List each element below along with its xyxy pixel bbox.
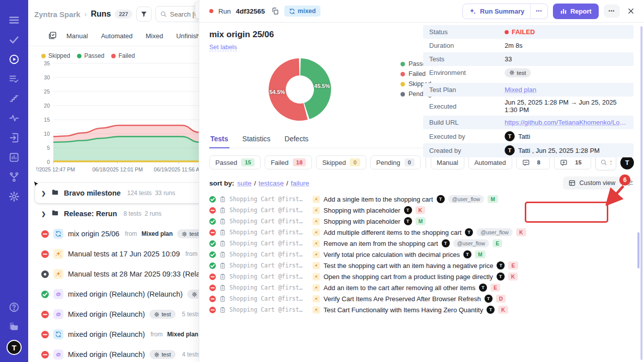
test-row[interactable]: Shopping Cart @first… Shopping with plac…	[209, 205, 634, 216]
tab-defects[interactable]: Defects	[284, 132, 309, 148]
run-name: Mixed origin (Relaunch)	[68, 350, 145, 358]
custom-view-button[interactable]: Custom view	[563, 176, 621, 190]
run-row[interactable]: mix origin 25/06 fromMixed plan test 33 …	[28, 224, 209, 244]
copy-run-id-button[interactable]	[271, 7, 279, 15]
detail-link[interactable]: https://github.com/TetianaKhomenko/Load-…	[505, 119, 627, 126]
detail-link[interactable]: Mixed plan	[505, 86, 536, 94]
chevron-right-icon[interactable]: ❯	[41, 211, 46, 217]
test-title[interactable]: Add multiple different items to the shop…	[324, 229, 461, 236]
test-suite[interactable]: Shopping Cart @first…	[229, 218, 309, 225]
runs-tab-manual[interactable]: Manual	[66, 32, 88, 40]
test-row[interactable]: Shopping Cart @first… Test Cart Function…	[209, 304, 634, 315]
runs-tab-mixed[interactable]: Mixed	[146, 32, 164, 40]
filter-chip-skipped[interactable]: Skipped0	[316, 155, 366, 169]
test-row[interactable]: Shopping Cart @first… Add a single item …	[209, 194, 634, 205]
filter-chip-manual[interactable]: Manual	[431, 155, 464, 169]
test-title[interactable]: Add a single item to the shopping cart	[324, 196, 433, 203]
run-row[interactable]: Manual tests at 17 Jun 2025 10:09 frompl…	[28, 244, 209, 264]
test-row[interactable]: Shopping Cart @first… Add multiple diffe…	[209, 227, 634, 238]
run-summary-more-button[interactable]: •••	[530, 4, 547, 19]
sidebar-check-icon[interactable]	[8, 33, 21, 46]
list-scrollbar[interactable]	[637, 232, 639, 268]
run-type-badge: mixed	[284, 6, 320, 17]
test-title[interactable]: Test Cart Functionality with Items Havin…	[324, 306, 483, 314]
test-row[interactable]: Shopping Cart @first… Open the shopping …	[209, 271, 634, 282]
run-summary-button[interactable]: Run Summary •••	[462, 4, 548, 19]
test-tag[interactable]: @user_flow	[448, 195, 485, 203]
sidebar-import-icon[interactable]	[8, 131, 21, 144]
test-title[interactable]: Shopping with placeholder	[324, 218, 400, 225]
test-suite[interactable]: Shopping Cart @first…	[229, 262, 309, 269]
select-all-icon[interactable]	[48, 31, 57, 41]
test-title[interactable]: Add an item to the cart after removing a…	[324, 284, 475, 292]
comment-add-icon-chip[interactable]: 15	[554, 155, 591, 169]
comment-icon-chip[interactable]: 8	[516, 155, 550, 169]
run-detail-topbar: Run 4df32565 mixed Run Summary •••	[199, 0, 644, 23]
test-suite[interactable]: Shopping Cart @first…	[229, 196, 309, 203]
test-title[interactable]: Open the shopping cart from a product li…	[324, 273, 493, 281]
test-row[interactable]: Shopping Cart @first… Remove an item fro…	[209, 238, 634, 249]
sort-by-failure[interactable]: failure	[291, 179, 309, 187]
test-row[interactable]: Shopping Cart @first… Verify total price…	[209, 249, 634, 260]
test-row[interactable]: Shopping Cart @first… Verify Cart Items …	[209, 293, 634, 304]
run-row[interactable]: mixed origin (Relaunch) fromMixed plan t…	[28, 324, 209, 344]
test-suite[interactable]: Shopping Cart @first…	[229, 306, 309, 313]
sidebar-hamburger-icon[interactable]	[8, 14, 21, 27]
run-row[interactable]: @ Mixed origin (Relaunch) test 4 tests	[28, 344, 209, 362]
set-labels-link[interactable]: Set labels	[209, 44, 237, 51]
run-row[interactable]: @ mixed origin (Relaunch) (Relaunch) tes…	[28, 284, 209, 304]
sort-by-testcase[interactable]: testcase	[259, 179, 284, 187]
test-suite[interactable]: Shopping Cart @first…	[229, 240, 309, 247]
test-title[interactable]: Remove an item from the shopping cart	[324, 240, 438, 247]
filter-chip-automated[interactable]: Automated	[468, 155, 512, 169]
user-avatar[interactable]: T	[7, 340, 22, 355]
sidebar-chart-box-icon[interactable]	[8, 151, 21, 164]
user-avatar[interactable]: T	[620, 156, 634, 169]
test-suite[interactable]: Shopping Cart @first…	[229, 229, 309, 236]
breadcrumb-app[interactable]: Zyntra Spark	[34, 10, 80, 19]
filter-chip-pending[interactable]: Pending0	[370, 155, 421, 169]
report-button[interactable]: Report	[553, 4, 599, 19]
breadcrumb-separator: ›	[85, 10, 87, 18]
sidebar-gear-icon[interactable]	[8, 190, 21, 203]
sidebar-play-circle-icon[interactable]	[8, 53, 21, 66]
test-row[interactable]: Shopping Cart @first… Test the shopping …	[209, 260, 634, 271]
sidebar-list-check-icon[interactable]	[8, 72, 21, 85]
run-folder-row[interactable]: ❯ Bravo milestone 124 tests 33 runs	[35, 183, 209, 203]
test-title[interactable]: Test the shopping cart with an item havi…	[324, 262, 493, 269]
runs-tab-automated[interactable]: Automated	[101, 32, 133, 40]
sort-by-suite[interactable]: suite	[237, 179, 252, 187]
test-suite[interactable]: Shopping Cart @first…	[229, 251, 309, 258]
test-suite[interactable]: Shopping Cart @first…	[229, 273, 309, 280]
run-row[interactable]: @ Mixed origin (Relaunch) test 5 tests	[28, 304, 209, 324]
sidebar-steps-icon[interactable]	[8, 92, 21, 105]
filter-button[interactable]	[136, 7, 151, 22]
test-title[interactable]: Shopping with placeholder	[324, 207, 400, 214]
test-tag[interactable]: @user_flow	[476, 228, 513, 236]
tab-statistics[interactable]: Statistics	[242, 132, 272, 148]
test-suite[interactable]: Shopping Cart @first…	[229, 295, 309, 302]
test-row[interactable]: Shopping Cart @first… Add an item to the…	[209, 282, 634, 293]
tests-search-input[interactable]	[610, 159, 611, 166]
panel-scrollbar[interactable]	[640, 26, 642, 360]
chevron-right-icon[interactable]: ❯	[41, 190, 46, 197]
test-title[interactable]: Verify total price calculation with deci…	[324, 251, 460, 258]
filter-chip-passed[interactable]: Passed15	[209, 155, 261, 169]
run-folder-row[interactable]: ❯ Release: Rerun 8 tests 2 runs	[28, 204, 209, 224]
run-row[interactable]: Manual tests at 28 Mar 2025 09:33 (Relau…	[28, 264, 209, 284]
test-suite[interactable]: Shopping Cart @first…	[229, 207, 309, 214]
filter-chip-failed[interactable]: Failed18	[265, 155, 312, 169]
sidebar-activity-icon[interactable]	[8, 112, 21, 125]
view-settings-icon[interactable]	[626, 179, 634, 187]
sidebar-branch-icon[interactable]	[8, 170, 21, 184]
test-tag[interactable]: @user_flow	[453, 239, 490, 247]
test-suite[interactable]: Shopping Cart @first…	[229, 284, 309, 291]
more-actions-button[interactable]: •••	[604, 5, 620, 18]
sidebar-help-icon[interactable]	[8, 301, 21, 314]
test-title[interactable]: Verify Cart Items Are Preserved After Br…	[324, 295, 481, 303]
tab-tests[interactable]: Tests	[209, 132, 229, 148]
detail-close-button[interactable]	[625, 5, 637, 17]
mixed-run-icon	[53, 329, 63, 339]
test-row[interactable]: Shopping Cart @first… Shopping with plac…	[209, 216, 634, 227]
sidebar-folders-icon[interactable]	[8, 320, 21, 333]
